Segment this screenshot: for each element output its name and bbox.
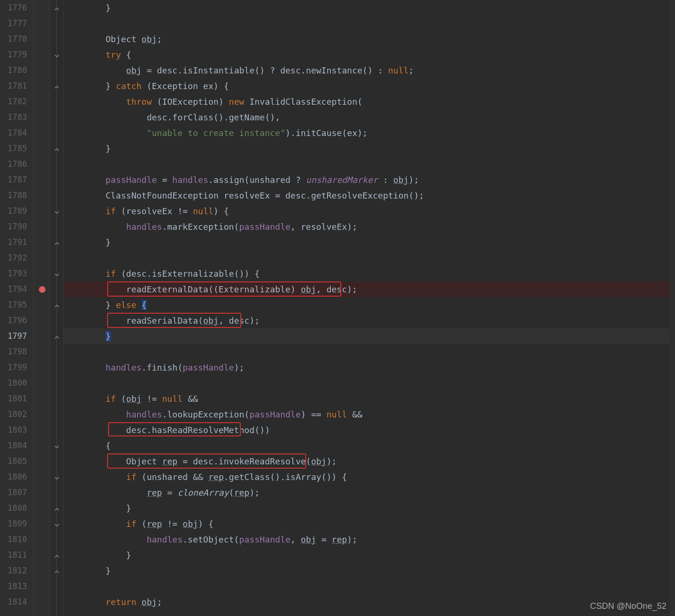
fold-expand-icon[interactable] bbox=[54, 270, 60, 277]
fold-row[interactable] bbox=[50, 63, 63, 78]
fold-collapse-icon[interactable] bbox=[54, 505, 60, 511]
code-line[interactable]: } bbox=[64, 235, 669, 250]
line-number[interactable]: 1807 bbox=[0, 485, 34, 500]
line-number[interactable]: 1787 bbox=[0, 172, 34, 188]
line-number[interactable]: 1789 bbox=[0, 203, 34, 219]
gutter-row[interactable] bbox=[34, 453, 50, 469]
line-number[interactable]: 1806 bbox=[0, 469, 34, 485]
fold-row[interactable] bbox=[50, 281, 63, 297]
gutter-row[interactable] bbox=[34, 250, 50, 266]
fold-expand-icon[interactable] bbox=[54, 520, 60, 527]
gutter-row[interactable] bbox=[34, 344, 50, 360]
fold-row[interactable] bbox=[50, 250, 63, 266]
gutter-row[interactable] bbox=[34, 360, 50, 375]
gutter-row[interactable] bbox=[34, 532, 50, 547]
code-line[interactable] bbox=[64, 156, 669, 172]
gutter-row[interactable] bbox=[34, 63, 50, 78]
fold-collapse-icon[interactable] bbox=[54, 301, 60, 308]
fold-expand-icon[interactable] bbox=[54, 442, 60, 449]
line-number[interactable]: 1798 bbox=[0, 344, 34, 360]
vertical-scrollbar[interactable] bbox=[669, 0, 675, 616]
fold-row[interactable] bbox=[50, 156, 63, 172]
code-line[interactable]: } bbox=[64, 563, 669, 579]
code-line[interactable]: Object obj; bbox=[64, 31, 669, 47]
line-number[interactable]: 1810 bbox=[0, 532, 34, 547]
line-number[interactable]: 1784 bbox=[0, 125, 34, 141]
line-number[interactable]: 1778 bbox=[0, 31, 34, 47]
code-line[interactable]: } catch (Exception ex) { bbox=[64, 78, 669, 94]
breakpoint-gutter[interactable] bbox=[34, 0, 50, 616]
gutter-row[interactable] bbox=[34, 328, 50, 344]
code-line[interactable]: rep = cloneArray(rep); bbox=[64, 485, 669, 500]
fold-row[interactable] bbox=[50, 203, 63, 219]
fold-row[interactable] bbox=[50, 328, 63, 344]
code-line[interactable]: } bbox=[64, 547, 669, 563]
code-line[interactable]: if (rep != obj) { bbox=[64, 516, 669, 532]
line-number[interactable]: 1812 bbox=[0, 563, 34, 579]
code-line[interactable]: handles.setObject(passHandle, obj = rep)… bbox=[64, 532, 669, 547]
fold-row[interactable] bbox=[50, 375, 63, 391]
code-line[interactable] bbox=[64, 579, 669, 594]
fold-row[interactable] bbox=[50, 47, 63, 63]
code-line[interactable]: desc.hasReadResolveMethod()) bbox=[64, 422, 669, 438]
fold-gutter[interactable] bbox=[50, 0, 64, 616]
fold-row[interactable] bbox=[50, 344, 63, 360]
gutter-row[interactable] bbox=[34, 281, 50, 297]
gutter-row[interactable] bbox=[34, 391, 50, 407]
line-number[interactable]: 1776 bbox=[0, 0, 34, 16]
gutter-row[interactable] bbox=[34, 500, 50, 516]
line-number[interactable]: 1794 bbox=[0, 281, 34, 297]
code-line[interactable]: passHandle = handles.assign(unshared ? u… bbox=[64, 172, 669, 188]
fold-row[interactable] bbox=[50, 188, 63, 203]
line-number[interactable]: 1790 bbox=[0, 219, 34, 235]
code-line[interactable] bbox=[64, 375, 669, 391]
gutter-row[interactable] bbox=[34, 188, 50, 203]
line-number[interactable]: 1795 bbox=[0, 297, 34, 313]
fold-row[interactable] bbox=[50, 594, 63, 610]
line-number[interactable]: 1788 bbox=[0, 188, 34, 203]
line-number[interactable]: 1796 bbox=[0, 313, 34, 328]
line-number[interactable]: 1805 bbox=[0, 453, 34, 469]
line-number[interactable]: 1801 bbox=[0, 391, 34, 407]
gutter-row[interactable] bbox=[34, 47, 50, 63]
code-line[interactable] bbox=[64, 250, 669, 266]
gutter-row[interactable] bbox=[34, 31, 50, 47]
fold-row[interactable] bbox=[50, 563, 63, 579]
gutter-row[interactable] bbox=[34, 594, 50, 610]
line-number[interactable]: 1791 bbox=[0, 235, 34, 250]
line-number[interactable]: 1797 bbox=[0, 328, 34, 344]
code-line[interactable]: } bbox=[64, 141, 669, 156]
line-number[interactable]: 1800 bbox=[0, 375, 34, 391]
gutter-row[interactable] bbox=[34, 125, 50, 141]
gutter-row[interactable] bbox=[34, 266, 50, 281]
fold-row[interactable] bbox=[50, 78, 63, 94]
fold-row[interactable] bbox=[50, 579, 63, 594]
line-number[interactable]: 1785 bbox=[0, 141, 34, 156]
breakpoint-icon[interactable] bbox=[39, 286, 46, 293]
gutter-row[interactable] bbox=[34, 141, 50, 156]
fold-row[interactable] bbox=[50, 313, 63, 328]
gutter-row[interactable] bbox=[34, 438, 50, 453]
code-line[interactable]: readExternalData((Externalizable) obj, d… bbox=[64, 281, 669, 297]
code-area[interactable]: } Object obj; try { obj = desc.isInstant… bbox=[64, 0, 669, 616]
code-line[interactable]: handles.lookupException(passHandle) == n… bbox=[64, 407, 669, 422]
fold-expand-icon[interactable] bbox=[54, 473, 60, 480]
gutter-row[interactable] bbox=[34, 94, 50, 109]
line-number[interactable]: 1783 bbox=[0, 109, 34, 125]
fold-row[interactable] bbox=[50, 141, 63, 156]
code-line[interactable]: } bbox=[64, 500, 669, 516]
fold-row[interactable] bbox=[50, 360, 63, 375]
line-number[interactable]: 1802 bbox=[0, 407, 34, 422]
fold-row[interactable] bbox=[50, 0, 63, 16]
gutter-row[interactable] bbox=[34, 235, 50, 250]
gutter-row[interactable] bbox=[34, 547, 50, 563]
code-line[interactable]: if (resolveEx != null) { bbox=[64, 203, 669, 219]
gutter-row[interactable] bbox=[34, 407, 50, 422]
line-number[interactable]: 1804 bbox=[0, 438, 34, 453]
code-line[interactable]: "unable to create instance").initCause(e… bbox=[64, 125, 669, 141]
gutter-row[interactable] bbox=[34, 156, 50, 172]
fold-collapse-icon[interactable] bbox=[54, 82, 60, 89]
code-line[interactable]: } else { bbox=[64, 297, 669, 313]
fold-collapse-icon[interactable] bbox=[54, 552, 60, 558]
line-number[interactable]: 1799 bbox=[0, 360, 34, 375]
